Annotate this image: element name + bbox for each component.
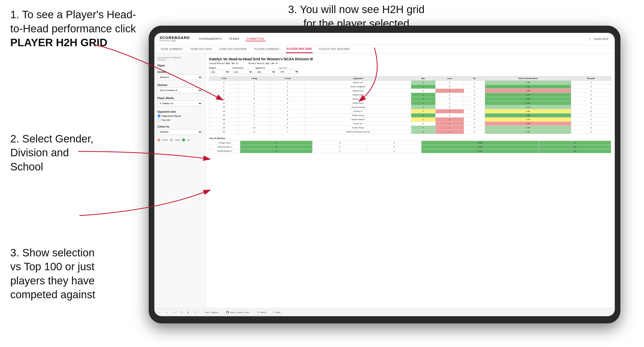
cell-rounds: 3	[571, 93, 611, 97]
undo-btn[interactable]: ↩	[157, 310, 163, 314]
sidebar-division-section: Division NCAA Division III	[157, 84, 202, 93]
cell-tie: 0	[464, 113, 485, 118]
table-row: 18 2 2 Euna Lee 0 1 0 -5.00 2	[209, 122, 611, 126]
player-rank-select[interactable]: 8. Katelyn Vo	[157, 101, 202, 106]
legend-level-label: Level	[175, 139, 180, 141]
sub-nav-player-heatmap[interactable]: PLAYER H2H HEATMAP	[318, 45, 351, 53]
conference-filter-select[interactable]: (All)	[232, 70, 253, 74]
share-btn[interactable]: ⇗ Share	[270, 310, 282, 314]
gender-select[interactable]: Women's	[157, 74, 202, 80]
ood-cell-win: 15	[240, 145, 313, 149]
ood-cell-name: Foreign Team	[209, 141, 240, 145]
ood-cell-diff: 7.400	[421, 149, 539, 153]
cell-loss: 2	[435, 118, 464, 122]
undo2-btn[interactable]: ↩	[165, 310, 170, 314]
sub-nav-team-summary[interactable]: TEAM SUMMARY	[159, 45, 184, 53]
table-row: 20 11 7 Federica Domecq Lacroze 2 1 0 1.…	[209, 130, 611, 134]
sign-out-btn[interactable]: Sign out	[593, 37, 610, 41]
grid-area: Katelyn Vo Head-to-Head Grid for Women's…	[206, 53, 615, 308]
cell-loss: 0	[435, 93, 464, 97]
ood-cell-win: 5	[240, 149, 313, 153]
sidebar-player-rank-section: Player (Rank) 8. Katelyn Vo	[157, 97, 202, 106]
col-div: # Div	[209, 76, 238, 81]
cell-opponent: Euna Lee	[305, 122, 411, 126]
cell-diff: -5.00	[485, 122, 571, 126]
cell-win: 1	[411, 101, 435, 105]
paste-btn[interactable]: ⊞	[186, 310, 191, 314]
copy-btn[interactable]: ⧉	[179, 310, 184, 314]
redo-btn[interactable]: ↪	[172, 310, 177, 314]
sub-nav-team-heatmap[interactable]: TEAM H2H HEATMAP	[218, 45, 248, 53]
cell-win: 2	[411, 109, 435, 113]
cell-win: 1	[411, 118, 435, 122]
watch-btn[interactable]: 👁 Watch	[255, 310, 268, 314]
cell-div: 13	[209, 105, 238, 109]
cell-tie: 0	[464, 109, 485, 113]
sub-nav-team-h2h[interactable]: TEAM H2H GRID	[189, 45, 213, 53]
division-select[interactable]: NCAA Division III	[157, 88, 202, 93]
cell-opponent: Sharon Mun	[305, 93, 411, 97]
nav-committee[interactable]: COMMITTEE	[245, 37, 266, 41]
filter-region: Region (All)	[209, 67, 230, 74]
cell-opponent: Heejo Hyun	[305, 101, 411, 105]
conference-filter-label: Conference	[232, 67, 253, 69]
cell-opponent: Andrea York	[305, 97, 411, 101]
opponent-view-radios: Opponents Played Top 100	[157, 114, 202, 122]
cell-opponent: Esther Lee	[305, 81, 411, 85]
refresh-btn[interactable]: ⟳	[193, 310, 198, 314]
cell-reg: 8	[238, 113, 270, 118]
step3a-line3: players they have	[10, 275, 95, 287]
cell-opponent: Jessica Huang	[305, 105, 411, 109]
watch-label: Watch	[260, 311, 266, 314]
cell-loss: 0	[435, 101, 464, 105]
cell-conf: 3	[270, 89, 305, 93]
radio-opponents-played[interactable]: Opponents Played	[157, 114, 202, 118]
ood-cell-tie: 0	[367, 141, 421, 145]
legend-down-label: Down	[163, 139, 168, 141]
filter-row: Region (All) Conference (All)	[209, 67, 611, 74]
division-label: Division	[157, 84, 202, 86]
save-custom-btn[interactable]: 💾 Save Custom View	[225, 310, 251, 314]
watch-icon: 👁	[257, 311, 259, 314]
step1-line2: to-Head performance click	[10, 23, 136, 35]
nav-teams[interactable]: TEAMS	[228, 37, 240, 41]
logo-subtitle: Powered by clippd	[159, 40, 190, 42]
cell-win: 1	[411, 93, 435, 97]
cell-div: 14	[209, 109, 238, 113]
opponent-filter-select[interactable]: (All)	[255, 70, 276, 74]
division-record-label: Division Record:	[248, 62, 265, 65]
overall-record-label: Overall Record:	[209, 62, 225, 65]
filter-conference: Conference (All)	[232, 67, 253, 74]
cell-rounds: 4	[571, 113, 611, 118]
step3a-line1: 3. Show selection	[10, 247, 95, 259]
table-row: 14 7 4 Eunice Yi 2 2 0 0.38 9	[209, 109, 611, 113]
col-diff: Diff Av Strokes/Rnd	[485, 76, 571, 81]
sub-nav-player-h2h[interactable]: PLAYER H2H GRID	[286, 45, 313, 53]
view-original-btn[interactable]: View: Original	[203, 310, 220, 314]
toolbar: ↩ ↩ ↪ ⧉ ⊞ ⟳ | View: Original | 💾 Save Cu…	[154, 308, 615, 316]
opponents-select[interactable]: (All)	[278, 69, 299, 74]
ood-table-row: NAIA Division 1 15 0 0 9.267 30	[209, 145, 611, 149]
tablet-device: SCOREBOARD Powered by clippd TOURNAMENTS…	[149, 26, 620, 323]
region-filter-select[interactable]: (All)	[209, 70, 230, 74]
cell-tie: 0	[464, 105, 485, 109]
cell-div: 10	[209, 97, 238, 101]
cell-opponent: Sydney Kuo	[305, 89, 411, 93]
cell-tie: 0	[464, 89, 485, 93]
ood-table-row: Foreign Team 1 0 0 4.500 2	[209, 141, 611, 145]
nav-tournaments[interactable]: TOURNAMENTS	[197, 37, 223, 41]
sidebar-timestamp: Last Updated: 27/03/2024 16:55:38	[157, 56, 202, 61]
radio-top100[interactable]: Top 100	[157, 118, 202, 122]
cell-div: 15	[209, 113, 238, 118]
header-right: | Sign out	[590, 37, 610, 41]
sub-nav-player-summary[interactable]: PLAYER SUMMARY	[253, 45, 280, 53]
table-row: 16 1 3 Jessica Mason 1 2 0 -0.94 7	[209, 118, 611, 122]
cell-diff: 4.00	[485, 97, 571, 101]
colour-by-select[interactable]: Win/loss	[157, 129, 202, 135]
cell-div: 20	[209, 130, 238, 134]
main-content: Last Updated: 27/03/2024 16:55:38 Player…	[154, 53, 615, 308]
table-row: 10 6 3 Andrea York 2 0 0 4.00 4	[209, 97, 611, 101]
legend-up-dot	[182, 138, 185, 141]
app-header: SCOREBOARD Powered by clippd TOURNAMENTS…	[154, 33, 615, 45]
cell-tie: 0	[464, 118, 485, 122]
